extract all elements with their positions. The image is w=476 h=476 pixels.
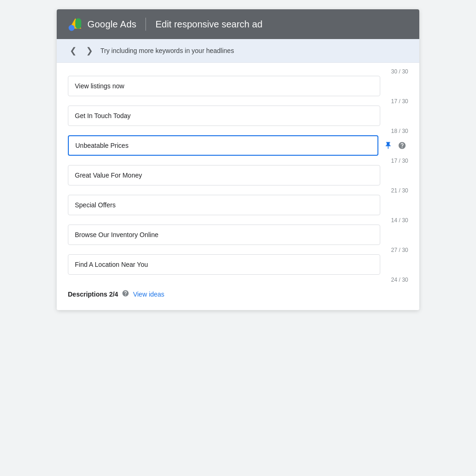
header-divider: [145, 18, 146, 31]
pin-icon: [384, 141, 392, 150]
field-group-special-offers: 21 / 30: [68, 185, 408, 215]
descriptions-help-icon[interactable]: [122, 290, 129, 299]
field-group-find-location: 27 / 30: [68, 245, 408, 275]
input-great-value[interactable]: [68, 165, 380, 185]
input-row-special-offers: [68, 195, 408, 215]
descriptions-row: Descriptions 2/4 View ideas: [68, 284, 408, 299]
header: Google Ads Edit responsive search ad: [57, 9, 419, 39]
next-suggestion-button[interactable]: ❯: [84, 46, 95, 56]
input-view-listings[interactable]: [68, 76, 380, 96]
svg-point-1: [69, 25, 75, 31]
app-name: Google Ads: [87, 19, 136, 30]
view-ideas-link[interactable]: View ideas: [133, 291, 164, 298]
page-title: Edit responsive search ad: [155, 19, 262, 30]
input-special-offers[interactable]: [68, 195, 380, 215]
input-row-find-location: [68, 254, 408, 275]
field-group-unbeatable: 18 / 30: [68, 126, 408, 156]
field-group-view-listings: 30 / 30: [68, 66, 408, 96]
suggestion-bar: ❮ ❯ Try including more keywords in your …: [57, 39, 419, 63]
field-group-get-in-touch: 17 / 30: [68, 96, 408, 126]
logo: Google Ads: [68, 17, 136, 32]
char-count-great-value: 17 / 30: [68, 156, 408, 165]
input-row-get-in-touch: [68, 106, 408, 126]
suggestion-text: Try including more keywords in your head…: [100, 47, 234, 54]
help-icon: [398, 141, 406, 150]
input-unbeatable[interactable]: [68, 135, 378, 156]
content-area: 30 / 30 17 / 30 18 / 30: [57, 63, 419, 310]
input-browse-inventory[interactable]: [68, 225, 380, 245]
input-row-great-value: [68, 165, 408, 185]
help-circle-icon: [122, 290, 129, 297]
input-get-in-touch[interactable]: [68, 106, 380, 126]
pin-button-unbeatable[interactable]: [382, 139, 394, 152]
icon-actions-unbeatable: [382, 139, 408, 152]
input-row-view-listings: [68, 76, 408, 96]
char-count-browse-inventory: 14 / 30: [68, 215, 408, 225]
char-count-find-location: 27 / 30: [68, 245, 408, 254]
char-count-unbeatable: 18 / 30: [68, 126, 408, 135]
input-find-location[interactable]: [68, 254, 380, 275]
svg-rect-2: [75, 18, 81, 28]
char-count-get-in-touch: 17 / 30: [68, 96, 408, 106]
input-row-unbeatable: [68, 135, 408, 156]
char-count-view-listings: 30 / 30: [68, 66, 408, 76]
field-group-great-value: 17 / 30: [68, 156, 408, 185]
google-ads-logo-icon: [68, 17, 83, 32]
help-button-unbeatable[interactable]: [396, 139, 408, 152]
field-group-browse-inventory: 14 / 30: [68, 215, 408, 245]
footer-char-count: 24 / 30: [68, 275, 408, 284]
main-window: Google Ads Edit responsive search ad ❮ ❯…: [57, 9, 419, 310]
char-count-special-offers: 21 / 30: [68, 185, 408, 195]
descriptions-label: Descriptions 2/4: [68, 291, 118, 298]
prev-suggestion-button[interactable]: ❮: [68, 46, 79, 56]
input-row-browse-inventory: [68, 225, 408, 245]
